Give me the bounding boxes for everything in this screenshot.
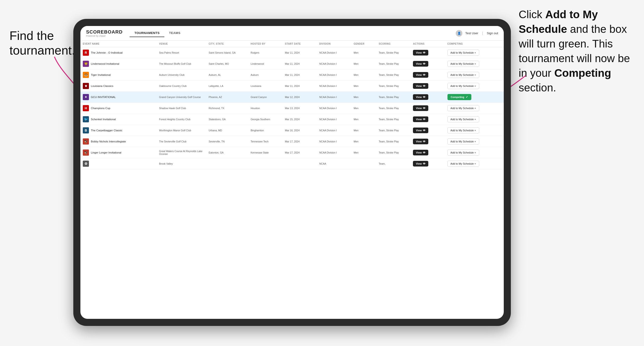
scoring-cell: Team, Stroke Play (376, 114, 410, 125)
division-cell: NCAA Division I (317, 136, 351, 147)
col-header-competing: COMPETING (445, 41, 504, 47)
add-schedule-button[interactable]: Add to My Schedule + (448, 161, 479, 167)
venue-cell: The Missouri Bluffs Golf Club (157, 58, 206, 69)
venue-cell: Shadow Hawk Golf Club (157, 103, 206, 114)
eye-icon: 👁 (423, 140, 426, 143)
team-logo: ⚜ (83, 83, 89, 89)
eye-icon: 👁 (423, 162, 426, 165)
city-cell: Richmond, TX (206, 103, 248, 114)
add-schedule-button[interactable]: Add to My Schedule + (448, 127, 479, 134)
city-cell: Sevierville, TN (206, 136, 248, 147)
venue-cell: Worthington Manor Golf Club (157, 125, 206, 136)
app-header: SCOREBOARD Powered by clippd TOURNAMENTS… (80, 26, 504, 41)
view-button[interactable]: View 👁 (413, 161, 428, 167)
logo-sub: Powered by clippd (86, 35, 122, 37)
venue-cell: Sea Palms Resort (157, 47, 206, 58)
col-header-date: START DATE (282, 41, 317, 47)
tab-tournaments[interactable]: TOURNAMENTS (130, 29, 164, 37)
view-button[interactable]: View 👁 (413, 150, 428, 156)
division-cell: NCAA Division I (317, 125, 351, 136)
col-header-city: CITY, STATE (206, 41, 248, 47)
hosted-cell: Kennesaw State (248, 147, 282, 158)
competing-cell: Add to My Schedule + (445, 136, 504, 147)
event-name: Tiger Invitational (91, 73, 111, 76)
actions-cell: View 👁 (410, 58, 445, 69)
add-schedule-button[interactable]: Add to My Schedule + (448, 61, 479, 67)
hosted-cell (248, 158, 282, 169)
event-name-cell: 🐦 Schenkel Invitational (83, 116, 154, 122)
scoring-cell: Team, (376, 158, 410, 169)
actions-cell: View 👁 (410, 69, 445, 81)
tab-teams[interactable]: TEAMS (164, 29, 185, 37)
add-schedule-button[interactable]: Add to My Schedule + (448, 138, 479, 145)
gender-cell: Men (351, 147, 376, 158)
view-button[interactable]: View 👁 (413, 72, 428, 78)
add-schedule-button[interactable]: Add to My Schedule + (448, 83, 479, 89)
competing-cell: Add to My Schedule + (445, 125, 504, 136)
scoring-cell: Team, Stroke Play (376, 47, 410, 58)
division-cell: NCAA Division I (317, 69, 351, 81)
eye-icon: 👁 (423, 129, 426, 132)
event-name: Schenkel Invitational (91, 118, 116, 121)
actions-cell: View 👁 (410, 92, 445, 103)
team-logo: 🦁 (83, 61, 89, 67)
date-cell: Mar 11, 2024 (282, 58, 317, 69)
tournaments-table: EVENT NAME VENUE CITY, STATE HOSTED BY S… (80, 41, 504, 169)
add-schedule-label: Add to My Schedule + (450, 118, 476, 121)
col-header-scoring: SCORING (376, 41, 410, 47)
eye-icon: 👁 (423, 107, 426, 110)
view-button[interactable]: View 👁 (413, 139, 428, 144)
hosted-cell: Houston (248, 103, 282, 114)
table-header-row: EVENT NAME VENUE CITY, STATE HOSTED BY S… (80, 41, 504, 47)
scoring-cell: Team, Stroke Play (376, 125, 410, 136)
date-cell: Mar 17, 2024 (282, 136, 317, 147)
event-name-cell: H Champions Cup (83, 105, 154, 111)
signout-link[interactable]: Sign out (487, 31, 498, 35)
view-button[interactable]: View 👁 (413, 50, 428, 55)
team-logo: ⚙ (83, 161, 89, 167)
scoring-cell: Team, Stroke Play (376, 81, 410, 92)
competing-cell: Add to My Schedule + (445, 69, 504, 81)
view-button[interactable]: View 👁 (413, 116, 428, 122)
actions-cell: View 👁 (410, 147, 445, 158)
add-schedule-button[interactable]: Add to My Schedule + (448, 116, 479, 122)
date-cell: Mar 17, 2024 (282, 147, 317, 158)
add-schedule-button[interactable]: Add to My Schedule + (448, 105, 479, 111)
team-logo: 🐦 (83, 116, 89, 122)
table-row: 🦅 Linger Longer Invitational Great Water… (80, 147, 504, 158)
view-button[interactable]: View 👁 (413, 83, 428, 89)
add-schedule-button[interactable]: Add to My Schedule + (448, 50, 479, 56)
col-header-actions: ACTIONS (410, 41, 445, 47)
view-button[interactable]: View 👁 (413, 128, 428, 133)
col-header-division: DIVISION (317, 41, 351, 47)
event-name: Lindenwood Invitational (91, 62, 119, 65)
eye-icon: 👁 (423, 73, 426, 76)
city-cell: Auburn, AL (206, 69, 248, 81)
city-cell: Statesboro, GA (206, 114, 248, 125)
gender-cell: Men (351, 69, 376, 81)
view-label: View (416, 62, 422, 65)
divider: | (482, 31, 483, 35)
team-logo: 🦅 (83, 138, 89, 145)
table-row: 🐯 Tiger Invitational Auburn University C… (80, 69, 504, 81)
division-cell: NCAA Division I (317, 58, 351, 69)
logo-text: SCOREBOARD (86, 29, 122, 35)
hosted-cell: Lindenwood (248, 58, 282, 69)
table-container[interactable]: EVENT NAME VENUE CITY, STATE HOSTED BY S… (80, 41, 504, 319)
event-name: Linger Longer Invitational (91, 151, 121, 154)
view-button[interactable]: View 👁 (413, 61, 428, 67)
view-button[interactable]: View 👁 (413, 105, 428, 111)
competing-cell: Add to My Schedule + (445, 114, 504, 125)
view-button[interactable]: View 👁 (413, 94, 428, 100)
competing-cell: Add to My Schedule + (445, 103, 504, 114)
table-row: 🦁 Lindenwood Invitational The Missouri B… (80, 58, 504, 69)
competing-button[interactable]: Competing ✓ (448, 94, 471, 100)
venue-cell: Oakbourne Country Club (157, 81, 206, 92)
date-cell: Mar 11, 2024 (282, 81, 317, 92)
date-cell: Mar 11, 2024 (282, 47, 317, 58)
scoring-cell: Team, Stroke Play (376, 92, 410, 103)
add-schedule-button[interactable]: Add to My Schedule + (448, 150, 479, 156)
event-name-cell: 🐯 Tiger Invitational (83, 72, 154, 78)
add-schedule-button[interactable]: Add to My Schedule + (448, 72, 479, 78)
event-name-cell: R The Johnnie - O Individual (83, 50, 154, 56)
